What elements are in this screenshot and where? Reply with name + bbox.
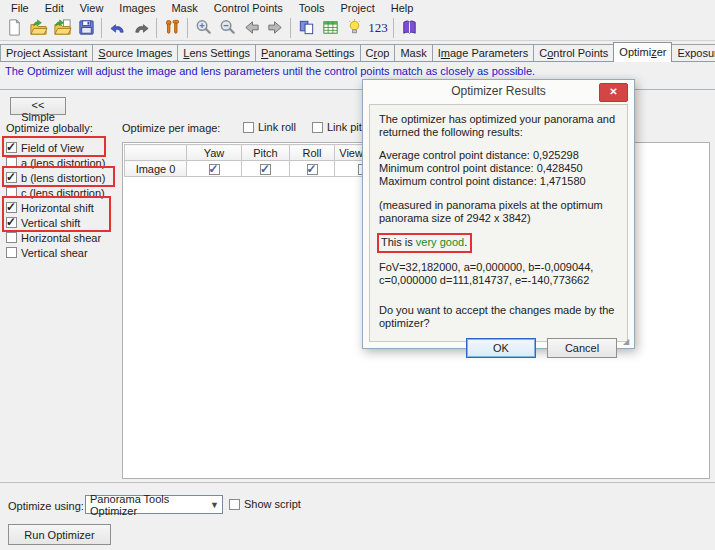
menu-view[interactable]: View (72, 1, 112, 15)
toolbar-group-3 (191, 17, 287, 39)
checkbox-a-lens-distortion-box[interactable] (6, 157, 17, 168)
optimize-using-label: Optimize using: (8, 500, 84, 512)
show-script-label: Show script (244, 498, 301, 510)
tab-crop[interactable]: Crop (360, 44, 396, 61)
checkbox-image-0-roll[interactable] (307, 164, 318, 175)
numbers-icon[interactable]: 123 (366, 17, 390, 39)
tab-panorama-settings[interactable]: Panorama Settings (255, 44, 361, 61)
dialog-statistics: Average control point distance: 0,925298… (379, 149, 618, 188)
checkbox-image-0-yaw[interactable] (209, 164, 220, 175)
dialog-body: The optimizer has optimized your panoram… (369, 104, 628, 342)
toolbar: 123 (0, 15, 715, 41)
checkbox-horizontal-shear-box[interactable] (6, 232, 17, 243)
tab-mask[interactable]: Mask (394, 44, 432, 61)
checkbox-vertical-shift-box[interactable] (6, 217, 17, 228)
checkbox-field-of-view-box[interactable] (6, 142, 17, 153)
checkbox-image-0-pitch[interactable] (260, 164, 271, 175)
redo-icon[interactable] (129, 17, 153, 39)
table-view-icon[interactable] (318, 17, 342, 39)
accept-question-text: Do you want to accept the changes made b… (379, 304, 618, 330)
verdict-highlight: very good (416, 236, 464, 248)
toolbar-separator (393, 18, 394, 38)
cell-image-0-pitch (242, 161, 290, 177)
checkbox-vertical-shear[interactable]: Vertical shear (6, 245, 118, 260)
tab-lens-settings[interactable]: Lens Settings (177, 44, 256, 61)
hugin-window: FileEditViewImagesMaskControl PointsTool… (0, 0, 715, 550)
ok-button[interactable]: OK (466, 338, 536, 358)
menu-file[interactable]: File (3, 1, 37, 15)
optimized-parameters-text: FoV=32,182000, a=0,000000, b=-0,009044, … (379, 261, 618, 287)
optimize-per-image-label: Optimize per image: (122, 122, 220, 134)
checkbox-vertical-shift[interactable]: Vertical shift (6, 215, 118, 230)
next-image-icon[interactable] (263, 17, 287, 39)
measured-note-text: (measured in panorama pixels at the opti… (379, 199, 618, 225)
zoom-out-icon[interactable] (215, 17, 239, 39)
checkbox-c-lens-distortion-box[interactable] (6, 187, 17, 198)
row-header-image-0[interactable]: Image 0 (125, 161, 187, 177)
verdict-suffix: . (464, 236, 467, 248)
add-images-icon[interactable] (50, 17, 74, 39)
show-pages-icon[interactable] (294, 17, 318, 39)
menu-control-points[interactable]: Control Points (206, 1, 291, 15)
link-roll-label: Link roll (258, 121, 296, 133)
link-roll-checkbox[interactable]: Link roll (243, 121, 296, 133)
tab-image-parameters[interactable]: Image Parameters (432, 44, 535, 61)
open-project-icon[interactable] (26, 17, 50, 39)
checkbox-b-lens-distortion[interactable]: b (lens distortion) (6, 170, 118, 185)
checkbox-vertical-shear-box[interactable] (6, 247, 17, 258)
checkbox-field-of-view-label: Field of View (21, 142, 84, 154)
checkbox-c-lens-distortion[interactable]: c (lens distortion) (6, 185, 118, 200)
checkbox-horizontal-shear-label: Horizontal shear (21, 232, 101, 244)
checkbox-b-lens-distortion-box[interactable] (6, 172, 17, 183)
menu-images[interactable]: Images (111, 1, 163, 15)
help-book-icon[interactable] (397, 17, 421, 39)
zoom-in-icon[interactable] (191, 17, 215, 39)
toolbar-separator (187, 18, 188, 38)
menu-help[interactable]: Help (383, 1, 422, 15)
menu-project[interactable]: Project (333, 1, 383, 15)
checkbox-field-of-view[interactable]: Field of View (6, 140, 118, 155)
undo-icon[interactable] (105, 17, 129, 39)
show-script-checkbox[interactable]: Show script (229, 498, 301, 510)
toolbar-separator (290, 18, 291, 38)
save-project-icon[interactable] (74, 17, 98, 39)
tab-exposure-hdr[interactable]: Exposure / HDR (671, 44, 715, 61)
hint-bulb-icon[interactable] (342, 17, 366, 39)
column-header-pitch: Pitch (242, 145, 290, 161)
verdict-prefix: This is (381, 236, 416, 248)
close-icon[interactable]: ✕ (599, 83, 628, 102)
simple-mode-button[interactable]: << Simple (10, 97, 66, 115)
toolbar-group-4: 123 (294, 17, 390, 39)
table-row: Image 0 (125, 161, 392, 177)
menu-edit[interactable]: Edit (37, 1, 72, 15)
checkbox-horizontal-shift-box[interactable] (6, 202, 17, 213)
new-project-icon[interactable] (2, 17, 26, 39)
previous-image-icon[interactable] (239, 17, 263, 39)
checkbox-a-lens-distortion[interactable]: a (lens distortion) (6, 155, 118, 170)
show-script-checkbox-box[interactable] (229, 499, 240, 510)
tab-source-images[interactable]: Source Images (92, 44, 178, 61)
tab-optimizer[interactable]: Optimizer (613, 42, 672, 62)
resize-grip[interactable]: ◢ (623, 337, 633, 347)
cancel-button[interactable]: Cancel (547, 338, 617, 358)
verdict-wrap: This is very good. (379, 233, 618, 253)
optimizer-description: The Optimizer will adjust the image and … (5, 65, 535, 77)
optimize-globally-label: Optimize globally: (6, 122, 93, 134)
cell-image-0-roll (290, 161, 335, 177)
fine-tune-tools-icon[interactable] (160, 17, 184, 39)
toolbar-separator (101, 18, 102, 38)
chevron-down-icon: ▼ (207, 500, 222, 510)
menu-mask[interactable]: Mask (163, 1, 205, 15)
menu-tools[interactable]: Tools (291, 1, 333, 15)
link-pitch-checkbox-box[interactable] (312, 122, 323, 133)
link-roll-checkbox-box[interactable] (243, 122, 254, 133)
checkbox-a-lens-distortion-label: a (lens distortion) (21, 157, 105, 169)
tab-project-assistant[interactable]: Project Assistant (0, 44, 93, 61)
checkbox-horizontal-shift[interactable]: Horizontal shift (6, 200, 118, 215)
tab-control-points[interactable]: Control Points (533, 44, 614, 61)
checkbox-c-lens-distortion-label: c (lens distortion) (21, 187, 105, 199)
checkbox-b-lens-distortion-label: b (lens distortion) (21, 172, 105, 184)
run-optimizer-button[interactable]: Run Optimizer (8, 524, 111, 545)
checkbox-horizontal-shear[interactable]: Horizontal shear (6, 230, 118, 245)
optimizer-engine-select[interactable]: Panorama Tools Optimizer ▼ (85, 495, 223, 514)
